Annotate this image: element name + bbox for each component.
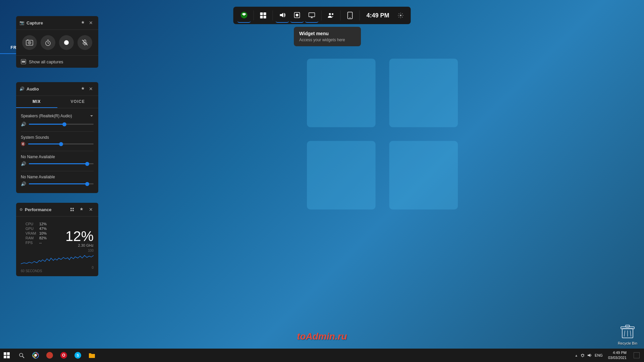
svg-rect-36 xyxy=(72,210,74,211)
svg-rect-0 xyxy=(307,59,376,127)
audio-system-fill xyxy=(28,143,61,144)
friends-icon[interactable] xyxy=(324,8,337,23)
recycle-bin-icon xyxy=(619,322,636,340)
widget-tooltip-subtitle: Access your widgets here xyxy=(299,38,356,42)
screen-icon[interactable] xyxy=(305,8,318,23)
skype-icon-circle: S xyxy=(74,352,81,359)
audio-panel-title: Audio xyxy=(26,86,79,92)
audio-noname2-fill xyxy=(29,183,87,184)
svg-point-22 xyxy=(29,42,30,43)
taskbar-opera-icon[interactable]: O xyxy=(57,349,70,362)
xbox-bar-settings-icon[interactable] xyxy=(395,9,407,21)
screenshot-button[interactable] xyxy=(22,35,37,50)
perf-settings-icon[interactable] xyxy=(68,205,76,214)
mic-button[interactable] xyxy=(77,35,92,50)
perf-close-button[interactable]: ✕ xyxy=(87,205,95,214)
perf-panel-icon: ⚙ xyxy=(19,207,23,212)
perf-chart-svg xyxy=(21,249,94,267)
taskbar-lang: ENG xyxy=(595,353,603,357)
capture-panel-header: 📷 Capture ✕ xyxy=(16,16,98,30)
audio-divider-3 xyxy=(21,171,94,171)
recycle-bin-label: Recycle Bin xyxy=(618,341,637,345)
search-icon xyxy=(18,352,24,358)
svg-point-60 xyxy=(19,353,23,357)
svg-rect-56 xyxy=(4,352,6,355)
taskbar-search-icon[interactable] xyxy=(15,349,28,362)
svg-rect-12 xyxy=(309,13,315,17)
perf-vram-label: VRAM xyxy=(25,231,37,235)
capture-panel: 📷 Capture ✕ xyxy=(16,16,98,68)
perf-chart-label-row: 60 SECONDS xyxy=(21,268,94,274)
audio-pin-button[interactable] xyxy=(79,85,87,93)
taskbar-chrome-icon[interactable] xyxy=(29,349,42,362)
tray-arrow[interactable]: ▲ xyxy=(575,354,578,357)
perf-fps-val: -- xyxy=(39,241,42,245)
widget-tooltip-title: Widget menu xyxy=(299,31,356,36)
taskbar-folder-icon[interactable] xyxy=(85,349,99,362)
start-button[interactable] xyxy=(0,349,13,362)
capture-pin-button[interactable] xyxy=(79,19,87,27)
divider-1 xyxy=(253,10,254,20)
svg-rect-23 xyxy=(27,40,29,41)
perf-cpu-row: CPU 12% xyxy=(25,222,89,226)
perf-stats-area: CPU 12% GPU 47% VRAM 10% RAM 82% FPS -- … xyxy=(16,217,98,247)
audio-system-thumb xyxy=(59,142,63,146)
perf-chart-max: 100 xyxy=(88,249,94,252)
divider-4 xyxy=(340,10,340,20)
audio-mix-section: Speakers (Realtek(R) Audio) 🔊 System Sou… xyxy=(16,108,98,193)
show-desktop-icon xyxy=(634,352,640,358)
svg-rect-5 xyxy=(260,12,263,15)
timer-button[interactable] xyxy=(41,35,55,50)
audio-system-slider[interactable] xyxy=(28,143,94,144)
audio-tab-mix[interactable]: MIX xyxy=(16,96,57,108)
watermark: toAdmin.ru xyxy=(297,331,347,342)
recycle-bin[interactable]: Recycle Bin xyxy=(618,322,637,345)
perf-pin-button[interactable] xyxy=(77,205,86,214)
clock-date: 03/03/2021 xyxy=(608,355,627,360)
record-dot xyxy=(64,40,69,45)
widgets-icon[interactable] xyxy=(256,8,270,23)
audio-speaker-slider[interactable] xyxy=(29,124,94,125)
audio-close-button[interactable]: ✕ xyxy=(87,85,95,93)
achievement-icon[interactable] xyxy=(290,8,304,23)
audio-panel-header: 🔊 Audio ✕ xyxy=(16,82,98,96)
taskbar-app1-icon[interactable] xyxy=(43,349,56,362)
audio-divider-1 xyxy=(21,131,94,132)
audio-tabs: MIX VOICE xyxy=(16,96,98,108)
perf-vram-val: 10% xyxy=(39,231,47,235)
svg-rect-6 xyxy=(263,12,266,15)
audio-device-name: Speakers (Realtek(R) Audio) xyxy=(21,114,72,118)
volume-icon[interactable] xyxy=(275,8,289,23)
record-button[interactable] xyxy=(59,35,74,50)
audio-tab-voice[interactable]: VOICE xyxy=(57,96,99,108)
capture-panel-title: Capture xyxy=(26,20,79,25)
mobile-icon[interactable] xyxy=(343,8,357,23)
audio-noname1-slider[interactable] xyxy=(29,163,94,164)
show-desktop-button[interactable] xyxy=(632,351,641,360)
xbox-home-icon[interactable] xyxy=(237,8,251,23)
audio-device-dropdown-icon[interactable] xyxy=(90,114,94,118)
perf-panel: ⚙ Performance ✕ CPU 12% xyxy=(16,203,98,276)
capture-close-button[interactable]: ✕ xyxy=(87,19,95,27)
perf-header-controls: ✕ xyxy=(68,205,95,214)
divider-5 xyxy=(359,10,360,20)
svg-line-55 xyxy=(630,330,631,337)
audio-speaker-thumb xyxy=(62,122,66,126)
opera-icon-circle: O xyxy=(60,352,67,359)
widget-tooltip: Widget menu Access your widgets here xyxy=(294,27,361,46)
taskbar-right: ▲ ENG 4:49 PM 03/03/2021 xyxy=(575,350,644,361)
taskbar-skype-icon[interactable]: S xyxy=(71,349,85,362)
show-captures-button[interactable]: Show all captures xyxy=(16,55,98,68)
svg-rect-7 xyxy=(260,16,263,18)
desktop-windows-logo xyxy=(307,54,458,215)
audio-speaker-slider-row: 🔊 xyxy=(21,120,94,130)
perf-fps-label: FPS xyxy=(25,241,37,245)
taskbar-app-icons: O S xyxy=(13,349,100,362)
audio-system-icon: 🔇 xyxy=(21,142,25,146)
xbox-game-bar: 4:49 PM xyxy=(233,7,411,24)
audio-panel: 🔊 Audio ✕ MIX VOICE Speakers (Realtek(R)… xyxy=(16,82,98,193)
audio-noname2-slider[interactable] xyxy=(29,183,94,184)
svg-rect-57 xyxy=(7,352,10,355)
audio-noname2-label: No Name Available xyxy=(21,173,94,180)
taskbar-clock[interactable]: 4:49 PM 03/03/2021 xyxy=(605,350,629,361)
